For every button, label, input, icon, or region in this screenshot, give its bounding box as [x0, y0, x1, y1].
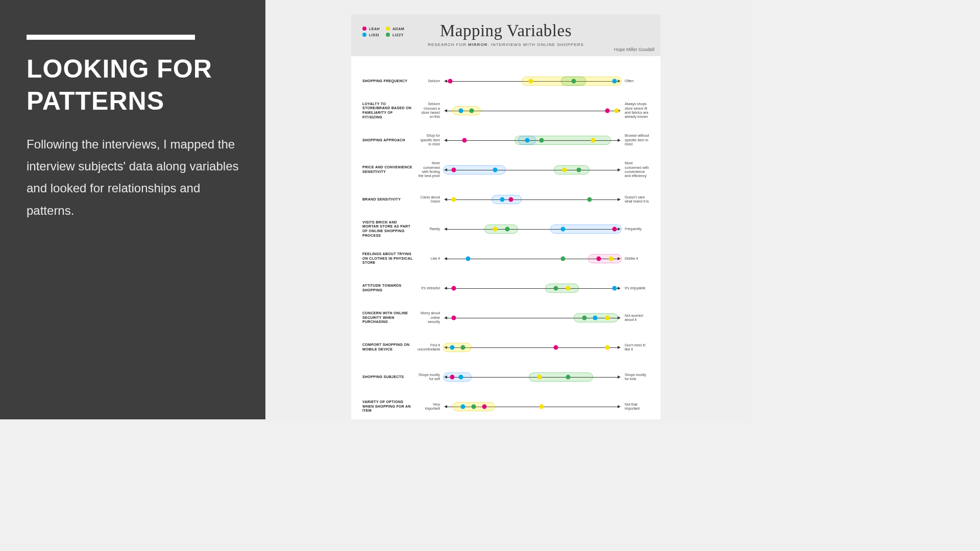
- track-line: [447, 199, 618, 200]
- cluster-highlight: [545, 284, 579, 293]
- arrow-right-icon: [618, 287, 621, 290]
- variable-label: COMFORT SHOPPING ON MOBILE DEVICE: [362, 343, 418, 352]
- legend-dot-icon: [362, 33, 366, 37]
- variable-left-end-label: Seldom chooses a store based on this: [418, 102, 443, 119]
- legend-label: LISSI: [369, 33, 379, 37]
- legend-item-adam: ADAM: [386, 27, 404, 31]
- data-point-lizzy: [566, 375, 571, 380]
- legend-item-lissi: LISSI: [362, 33, 380, 37]
- arrow-left-icon: [444, 80, 447, 83]
- data-point-leah: [482, 405, 486, 409]
- data-point-lissi: [560, 227, 565, 232]
- data-point-lissi: [612, 286, 617, 291]
- data-point-leah: [509, 197, 513, 202]
- variable-row: VARIETY OF OPTIONS WHEN SHOPPING FOR AN …: [362, 392, 649, 419]
- variable-left-end-label: Shop for specific item in mind: [418, 134, 443, 146]
- data-point-leah: [462, 138, 467, 143]
- data-point-lizzy: [505, 227, 510, 232]
- variable-left-end-label: Like it: [418, 257, 443, 261]
- arrow-left-icon: [444, 405, 447, 408]
- poster: LEAHADAMLISSILIZZY Mapping Variables RES…: [351, 14, 660, 419]
- poster-title: Mapping Variables: [428, 21, 584, 40]
- variable-track: [443, 135, 622, 145]
- variable-row: CONCERN WITH ONLINE SECURITY WHEN PURCHA…: [362, 303, 649, 333]
- data-point-lizzy: [553, 286, 558, 291]
- data-point-lizzy: [560, 257, 565, 261]
- right-panel: LEAHADAMLISSILIZZY Mapping Variables RES…: [265, 0, 746, 419]
- poster-subtitle: RESEARCH FOR MIRROR: INTERVIEWS WITH ONL…: [428, 42, 584, 47]
- variable-row: BRAND SENSITIVITYCares about brandDoesn'…: [362, 185, 649, 214]
- variable-left-end-label: Rarely: [418, 227, 443, 231]
- cluster-highlight: [452, 106, 481, 115]
- data-point-adam: [614, 109, 619, 113]
- data-point-lissi: [459, 109, 463, 113]
- variable-row: ATTITUDE TOWARDS SHOPPINGIt's stressfulI…: [362, 273, 649, 303]
- data-point-adam: [562, 168, 567, 172]
- data-point-leah: [596, 257, 601, 261]
- variable-right-end-label: Don't mind it/ like it: [622, 343, 649, 352]
- arrow-left-icon: [444, 257, 447, 260]
- data-point-lizzy: [577, 168, 581, 172]
- data-point-adam: [539, 405, 544, 409]
- variable-row: LOYALTY TO STORE/BRAND BASED ON FAMILIAR…: [362, 96, 649, 126]
- variable-track: [443, 165, 622, 175]
- cluster-highlight: [554, 165, 590, 174]
- arrow-left-icon: [444, 198, 447, 201]
- arrow-left-icon: [444, 316, 447, 319]
- variable-track: [443, 224, 622, 234]
- poster-author: Hope Miller Goodell: [614, 47, 654, 52]
- arrow-right-icon: [618, 375, 621, 379]
- heading-line-1: LOOKING FOR: [27, 55, 212, 83]
- variable-label: SHOPPING SUBJECTS: [362, 375, 418, 380]
- data-point-adam: [452, 197, 456, 202]
- track-line: [447, 288, 618, 289]
- data-point-leah: [452, 316, 456, 320]
- arrow-right-icon: [618, 346, 621, 349]
- arrow-left-icon: [444, 139, 447, 142]
- arrow-left-icon: [444, 287, 447, 290]
- data-point-adam: [605, 316, 610, 320]
- variable-left-end-label: More concerned with finding the best pri…: [418, 161, 443, 179]
- variable-row: FEELINGS ABOUT TRYING ON CLOTHES IN PHYS…: [362, 244, 649, 273]
- data-point-lissi: [459, 375, 463, 380]
- data-point-lissi: [500, 197, 504, 202]
- arrow-left-icon: [444, 228, 447, 231]
- data-point-adam: [605, 345, 610, 350]
- variable-label: VISITS BRICK AND MORTAR STORE AS PART OF…: [362, 220, 418, 238]
- data-point-adam: [609, 257, 614, 261]
- data-point-adam: [528, 79, 533, 84]
- variable-right-end-label: Always shops store where fit and fabrics…: [622, 102, 649, 119]
- variable-label: SHOPPING APPROACH: [362, 138, 418, 143]
- variable-track: [443, 76, 622, 86]
- body-text: Following the interviews, I mapped the i…: [27, 133, 239, 221]
- variable-track: [443, 283, 622, 293]
- variable-left-end-label: Worry about online security: [418, 311, 443, 324]
- track-line: [447, 347, 618, 348]
- variable-left-end-label: Find it uncomfortable: [418, 343, 443, 352]
- heading-rule: [27, 35, 195, 40]
- cluster-highlight: [443, 343, 472, 352]
- variable-rows: SHOPPING FREQUENCYSeldomOftenLOYALTY TO …: [351, 56, 660, 419]
- data-point-adam: [493, 227, 497, 232]
- variable-right-end-label: Browse without specific item in mind: [622, 134, 649, 146]
- legend-label: LEAH: [369, 27, 380, 31]
- variable-track: [443, 402, 622, 412]
- variable-right-end-label: Shops mostly for kids: [622, 373, 649, 382]
- variable-label: SHOPPING FREQUENCY: [362, 79, 418, 84]
- variable-label: PRICE AND CONVENIENCE SENSITIVITY: [362, 165, 418, 174]
- poster-header: LEAHADAMLISSILIZZY Mapping Variables RES…: [351, 14, 660, 56]
- variable-right-end-label: Dislike it: [622, 257, 649, 261]
- variable-right-end-label: Doesn't care what brand it is: [622, 195, 649, 204]
- variable-right-end-label: It's enjoyable: [622, 286, 649, 290]
- variable-row: COMFORT SHOPPING ON MOBILE DEVICEFind it…: [362, 333, 649, 362]
- data-point-adam: [566, 286, 571, 291]
- cluster-highlight: [588, 254, 622, 263]
- variable-label: BRAND SENSITIVITY: [362, 197, 418, 202]
- variable-left-end-label: Seldom: [418, 79, 443, 83]
- variable-row: SHOPPING FREQUENCYSeldomOften: [362, 66, 649, 96]
- arrow-right-icon: [618, 139, 621, 142]
- arrow-right-icon: [618, 168, 621, 171]
- variable-row: PRICE AND CONVENIENCE SENSITIVITYMore co…: [362, 155, 649, 185]
- variable-label: VARIETY OF OPTIONS WHEN SHOPPING FOR AN …: [362, 400, 418, 413]
- data-point-adam: [537, 375, 542, 380]
